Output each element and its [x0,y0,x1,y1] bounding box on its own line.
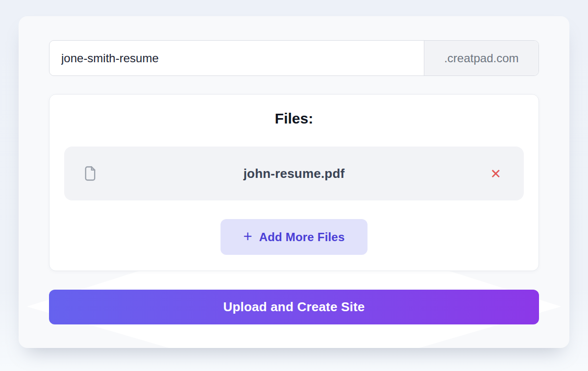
domain-suffix-label: .creatpad.com [424,41,539,75]
upload-site-card: .creatpad.com Files: john-resume.pdf ✕ +… [19,16,569,348]
files-panel: Files: john-resume.pdf ✕ + Add More File… [49,94,539,271]
file-row: john-resume.pdf ✕ [64,147,524,200]
files-heading: Files: [64,108,524,129]
site-name-input[interactable] [49,41,424,75]
upload-and-create-site-button[interactable]: Upload and Create Site [49,290,539,324]
file-name: john-resume.pdf [244,166,345,181]
file-icon [82,164,98,183]
add-more-files-label: Add More Files [259,230,345,244]
card-content: .creatpad.com Files: john-resume.pdf ✕ +… [19,16,569,348]
site-name-input-group: .creatpad.com [49,40,539,76]
remove-file-icon[interactable]: ✕ [490,167,501,180]
plus-icon: + [244,229,252,244]
add-more-files-button[interactable]: + Add More Files [220,219,368,255]
